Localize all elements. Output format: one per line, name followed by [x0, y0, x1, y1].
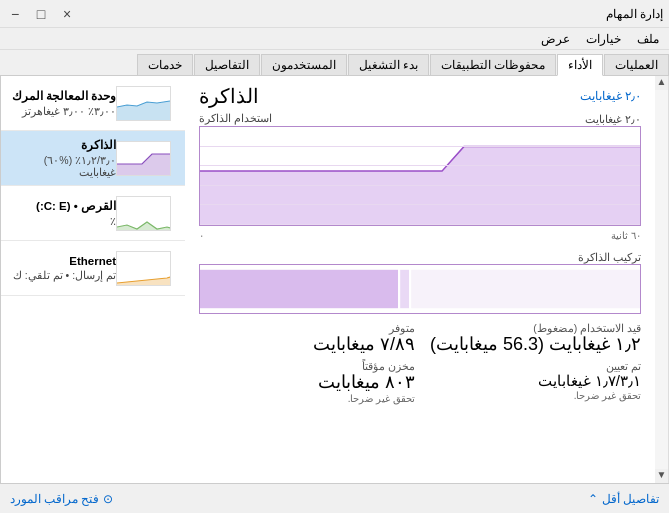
free-segment — [411, 270, 640, 308]
used-segment — [200, 270, 398, 308]
memory-chart-svg — [117, 142, 170, 175]
tab-details[interactable]: التفاصيل — [194, 54, 260, 75]
stat-available: متوفر ٧/٨٩ ميغابايت — [199, 322, 415, 356]
resource-item-disk[interactable]: القرص • (C: E:) ٪ — [1, 186, 185, 241]
stat-cached: مخزن مؤقتاً ٨٠٣ ميغابايت تحقق غير ضرحا. — [199, 360, 415, 405]
disk-chart-svg — [117, 197, 170, 230]
memory-info: الذاكرة ١٫٢/٣٫٠٪ (%٦٠) غيغابايت — [9, 138, 116, 178]
resource-item-memory[interactable]: الذاكرة ١٫٢/٣٫٠٪ (%٦٠) غيغابايت — [1, 131, 185, 186]
tab-processes[interactable]: العمليات — [604, 54, 669, 75]
menu-options[interactable]: خيارات — [580, 31, 627, 47]
scroll-up-arrow[interactable]: ▲ — [655, 76, 669, 90]
gridline — [200, 127, 640, 147]
stat-committed-sub: تحقق غير ضرحا. — [425, 390, 641, 401]
tab-services[interactable]: خدمات — [137, 54, 193, 75]
cached-segment — [400, 270, 409, 308]
memory-composition-chart — [199, 264, 641, 314]
content-header: ٢٫٠ غيغابايت الذاكرة — [199, 84, 641, 108]
content-area: ٢٫٠ غيغابايت الذاكرة ٢٫٠ غيغابايت استخدا… — [185, 76, 655, 483]
monitor-icon: ⊙ — [103, 492, 113, 506]
memory-detail: ١٫٢/٣٫٠٪ (%٦٠) غيغابايت — [9, 154, 116, 178]
stat-cached-label: مخزن مؤقتاً — [199, 360, 415, 372]
chart-usage-label: استخدام الذاكرة — [199, 112, 272, 124]
gridline — [200, 147, 640, 167]
resource-item-cpu[interactable]: وحدة المعالجة المرك ٣٫٠٠٪ ٣٫٠٠ غيغاهرتز — [1, 76, 185, 131]
menu-bar: ملف خيارات عرض — [0, 28, 669, 50]
stat-committed: تم تعيين ١٫٧/٣٫١ غيغابايت تحقق غير ضرحا. — [425, 360, 641, 405]
tab-app-history[interactable]: محفوظات التطبيقات — [430, 54, 556, 75]
stats-grid: قيد الاستخدام (مضغوط) ١٫٢ غيغابايت (56.3… — [199, 322, 641, 404]
tab-bar: العمليات الأداء محفوظات التطبيقات بدء ال… — [0, 50, 669, 76]
scroll-down-arrow[interactable]: ▼ — [655, 469, 669, 483]
stat-in-use-label: قيد الاستخدام (مضغوط) — [425, 322, 641, 334]
stat-cached-sub: تحقق غير ضرحا. — [199, 393, 415, 404]
open-resource-monitor-label: فتح مراقب المورد — [10, 492, 99, 506]
resource-item-ethernet[interactable]: Ethernet تم إرسال: • تم تلقي: ك — [1, 241, 185, 296]
ethernet-detail: تم إرسال: • تم تلقي: ك — [9, 269, 116, 281]
stat-committed-value: ١٫٧/٣٫١ غيغابايت — [425, 372, 641, 390]
memory-mini-chart — [116, 141, 171, 176]
composition-label: تركيب الذاكرة — [199, 251, 641, 263]
gridline — [200, 186, 640, 206]
stat-committed-label: تم تعيين — [425, 360, 641, 372]
stat-available-value: ٧/٨٩ ميغابايت — [199, 334, 415, 356]
stat-in-use-value: ١٫٢ غيغابايت (56.3 ميغابايت) — [425, 334, 641, 356]
app-title: إدارة المهام — [606, 7, 663, 21]
ethernet-name: Ethernet — [9, 255, 116, 267]
main-layout: ▲ ▼ ٢٫٠ غيغابايت الذاكرة ٢٫٠ غيغابايت اس… — [0, 76, 669, 483]
bottom-bar: ⌃ تفاصيل أقل ⊙ فتح مراقب المورد — [0, 483, 669, 513]
gridline — [200, 205, 640, 225]
gridline — [200, 166, 640, 186]
tab-startup[interactable]: بدء التشغيل — [348, 54, 429, 75]
memory-name: الذاكرة — [9, 138, 116, 152]
chart-zero-label: ٠ — [199, 230, 204, 241]
disk-info: القرص • (C: E:) ٪ — [9, 199, 116, 227]
title-bar: إدارة المهام − □ × — [0, 0, 669, 28]
cpu-chart-svg — [117, 87, 170, 120]
cpu-info: وحدة المعالجة المرك ٣٫٠٠٪ ٣٫٠٠ غيغاهرتز — [9, 89, 116, 117]
cpu-detail: ٣٫٠٠٪ ٣٫٠٠ غيغاهرتز — [9, 105, 116, 117]
maximize-button[interactable]: □ — [32, 5, 50, 23]
close-button[interactable]: × — [58, 5, 76, 23]
stat-available-label: متوفر — [199, 322, 415, 334]
chevron-down-icon: ⌃ — [588, 492, 598, 506]
disk-detail: ٪ — [9, 215, 116, 227]
tab-users[interactable]: المستخدمون — [261, 54, 347, 75]
menu-file[interactable]: ملف — [631, 31, 665, 47]
stat-cached-value: ٨٠٣ ميغابايت — [199, 372, 415, 394]
memory-subtitle: ٢٫٠ غيغابايت — [580, 89, 641, 103]
scroll-sidebar: ▲ ▼ — [655, 76, 669, 483]
composition-svg — [200, 265, 640, 313]
disk-name: القرص • (C: E:) — [9, 199, 116, 213]
chart-max-label: ٢٫٠ غيغابايت — [585, 113, 641, 125]
cpu-mini-chart — [116, 86, 171, 121]
window-controls: − □ × — [6, 5, 76, 23]
chart-time-label: ٦٠ ثانية — [611, 230, 641, 241]
ethernet-mini-chart — [116, 251, 171, 286]
fewer-details-toggle[interactable]: ⌃ تفاصيل أقل — [588, 492, 659, 506]
menu-view[interactable]: عرض — [535, 31, 576, 47]
memory-usage-chart — [199, 126, 641, 226]
resource-panel: وحدة المعالجة المرك ٣٫٠٠٪ ٣٫٠٠ غيغاهرتز … — [0, 76, 185, 483]
minimize-button[interactable]: − — [6, 5, 24, 23]
open-resource-monitor-link[interactable]: ⊙ فتح مراقب المورد — [10, 492, 113, 506]
content-title: الذاكرة — [199, 84, 259, 108]
tab-performance[interactable]: الأداء — [557, 54, 603, 76]
chart-grid — [200, 127, 640, 225]
fewer-details-label: تفاصيل أقل — [602, 492, 659, 506]
ethernet-info: Ethernet تم إرسال: • تم تلقي: ك — [9, 255, 116, 281]
disk-mini-chart — [116, 196, 171, 231]
scroll-track[interactable] — [655, 90, 668, 469]
eth-chart-svg — [117, 252, 170, 285]
stat-in-use: قيد الاستخدام (مضغوط) ١٫٢ غيغابايت (56.3… — [425, 322, 641, 356]
cpu-name: وحدة المعالجة المرك — [9, 89, 116, 103]
